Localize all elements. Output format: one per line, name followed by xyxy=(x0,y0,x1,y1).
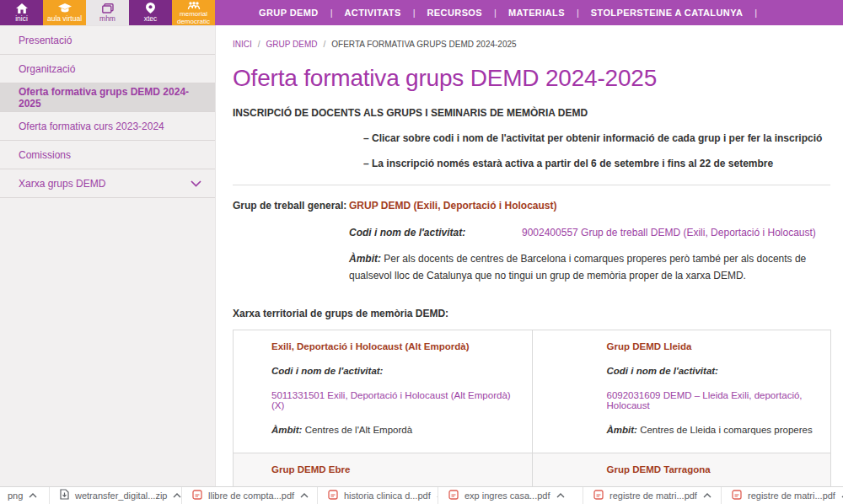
activity-link[interactable]: 6092031609 DEMD – Lleida Exili, deportac… xyxy=(607,390,823,410)
download-filename: exp ingres casa...pdf xyxy=(464,491,550,501)
quick-link-tiles: inici aula virtual mhm xtec xyxy=(0,0,215,25)
download-filename: llibre de compta...pdf xyxy=(208,491,294,501)
download-filename: registre de matri...pdf xyxy=(748,491,835,501)
sidebar-item-label: Oferta formativa curs 2023-2024 xyxy=(19,121,164,132)
chevron-up-icon[interactable] xyxy=(299,492,309,499)
group-title: Grup DEMD Ebre xyxy=(271,464,524,475)
cell-alt-emporda: Exili, Deportació i Holocaust (Alt Empor… xyxy=(234,330,533,453)
ambit-label: Àmbit: xyxy=(349,253,381,265)
breadcrumb-separator: / xyxy=(258,40,260,49)
instruction-item: – La inscripció només estarà activa a pa… xyxy=(363,158,830,169)
home-icon xyxy=(16,3,28,13)
tile-aula-virtual[interactable]: aula virtual xyxy=(43,0,86,25)
photos-icon xyxy=(102,3,114,13)
sidebar-item-organitzacio[interactable]: Organització xyxy=(0,55,215,83)
sidebar-item-presentacio[interactable]: Presentació xyxy=(0,26,215,55)
groups-table: Exili, Deportació i Holocaust (Alt Empor… xyxy=(233,330,831,487)
ambit-line: Àmbit: Centres de l'Alt Empordà xyxy=(271,425,524,435)
group-title: Grup DEMD Tarragona xyxy=(607,464,823,475)
codi-label: Codi i nom de l'activitat: xyxy=(607,366,823,376)
tile-xtec[interactable]: xtec xyxy=(129,0,172,25)
pdf-icon xyxy=(732,488,742,503)
xarxa-heading: Xarxa territorial de grups de memòria DE… xyxy=(233,308,830,319)
general-group-label: Grup de treball general: xyxy=(233,200,349,212)
download-filename: registre de matri...pdf xyxy=(609,491,697,501)
people-icon xyxy=(186,0,201,9)
sidebar-item-label: Oferta formativa grups DEMD 2024-2025 xyxy=(19,86,201,110)
download-filename: png xyxy=(8,491,23,501)
ambit-line: Àmbit: Centres de Lleida i comarques pro… xyxy=(607,425,823,435)
breadcrumb-separator: / xyxy=(324,40,326,49)
cell-ebre: Grup DEMD Ebre Codi i nom de l'activitat… xyxy=(234,453,533,487)
download-filename: historia clinica d...pdf xyxy=(344,491,431,501)
nav-separator: | xyxy=(330,8,333,18)
general-group-name: GRUP DEMD (Exili, Deportació i Holocaust… xyxy=(349,200,556,212)
nav-separator: | xyxy=(413,8,416,18)
tile-label: mhm xyxy=(99,15,115,23)
ambit-label: Àmbit: xyxy=(271,425,302,435)
breadcrumb-current: OFERTA FORMATIVA GRUPS DEMD 2024-2025 xyxy=(331,40,516,49)
download-filename: wetransfer_digital...zip xyxy=(75,491,167,501)
general-codi-row: Codi i nom de l'activitat: 9002400557 Gr… xyxy=(349,227,830,239)
breadcrumb-grup-demd[interactable]: GRUP DEMD xyxy=(266,40,318,49)
tile-mhm[interactable]: mhm xyxy=(86,0,129,25)
pdf-icon xyxy=(593,488,604,503)
tile-inici[interactable]: inici xyxy=(0,0,43,25)
tile-label: xtec xyxy=(144,15,158,23)
instructions-list: – Clicar sobre codi i nom de l'activitat… xyxy=(363,132,830,169)
activity-link[interactable]: 5011331501 Exili, Deportació i Holocaust… xyxy=(271,390,524,410)
table-row: Exili, Deportació i Holocaust (Alt Empor… xyxy=(234,330,831,453)
graduation-cap-icon xyxy=(58,3,72,13)
tile-label: memorial democratic xyxy=(174,10,214,25)
section-divider xyxy=(233,185,830,185)
pdf-icon xyxy=(192,488,202,503)
download-item[interactable]: llibre de compta...pdf xyxy=(182,487,318,504)
ambit-text: Centres de Lleida i comarques properes xyxy=(640,425,813,435)
download-item[interactable]: png xyxy=(0,487,50,504)
tile-memorial-democratic[interactable]: memorial democratic xyxy=(172,0,215,25)
download-item[interactable]: wetransfer_digital...zip xyxy=(50,487,182,504)
downloads-bar: png wetransfer_digital...zip llibre de c… xyxy=(0,486,843,504)
download-item[interactable]: registre de matri...pdf xyxy=(583,487,722,504)
nav-item-stolpersteine[interactable]: STOLPERSTEINE A CATALUNYA xyxy=(591,8,744,18)
general-activity-link[interactable]: 9002400557 Grup de treball DEMD (Exili, … xyxy=(522,227,816,239)
nav-separator: | xyxy=(577,8,579,18)
sidebar-item-xarxa-grups[interactable]: Xarxa grups DEMD xyxy=(0,169,215,198)
table-row: Grup DEMD Ebre Codi i nom de l'activitat… xyxy=(234,453,831,487)
top-bar: inici aula virtual mhm xtec xyxy=(0,0,843,25)
sidebar-item-label: Xarxa grups DEMD xyxy=(19,178,105,190)
sidebar-item-label: Comissions xyxy=(19,149,71,161)
sidebar-item-label: Presentació xyxy=(19,35,72,46)
nav-separator: | xyxy=(494,8,497,18)
sidebar-item-comissions[interactable]: Comissions xyxy=(0,141,215,169)
tile-label: aula virtual xyxy=(47,15,82,23)
sidebar: Presentació Organització Oferta formativ… xyxy=(0,25,216,487)
pdf-icon xyxy=(328,488,338,503)
general-group-row: Grup de treball general: GRUP DEMD (Exil… xyxy=(233,200,830,212)
main-content: INICI / GRUP DEMD / OFERTA FORMATIVA GRU… xyxy=(216,25,843,487)
chevron-up-icon[interactable] xyxy=(28,492,38,499)
cell-tarragona: Grup DEMD Tarragona Codi i nom de l'acti… xyxy=(532,453,831,487)
tile-label: inici xyxy=(15,15,28,23)
group-title: Exili, Deportació i Holocaust (Alt Empor… xyxy=(271,341,524,351)
nav-item-recursos[interactable]: RECURSOS xyxy=(427,8,483,18)
nav-item-grup-demd[interactable]: GRUP DEMD xyxy=(259,8,319,18)
chevron-up-icon[interactable] xyxy=(172,492,182,499)
download-item[interactable]: exp ingres casa...pdf xyxy=(438,487,583,504)
download-item[interactable]: historia clinica d...pdf xyxy=(318,487,438,504)
nav-item-activitats[interactable]: ACTIVITATS xyxy=(345,8,401,18)
chevron-up-icon[interactable] xyxy=(702,492,712,499)
breadcrumb-inici[interactable]: INICI xyxy=(233,40,252,49)
nav-item-materials[interactable]: MATERIALS xyxy=(508,8,565,18)
cell-lleida: Grup DEMD Lleida Codi i nom de l'activit… xyxy=(532,330,831,453)
file-download-icon xyxy=(60,488,69,503)
breadcrumb: INICI / GRUP DEMD / OFERTA FORMATIVA GRU… xyxy=(233,40,830,49)
page-title: Oferta formativa grups DEMD 2024-2025 xyxy=(233,65,830,92)
sidebar-item-oferta-2024-2025[interactable]: Oferta formativa grups DEMD 2024-2025 xyxy=(0,83,215,112)
main-navigation: GRUP DEMD | ACTIVITATS | RECURSOS | MATE… xyxy=(259,0,757,25)
download-item[interactable]: registre de matri...pdf xyxy=(722,487,843,504)
location-pin-icon xyxy=(146,3,155,13)
chevron-up-icon[interactable] xyxy=(556,492,566,499)
inscription-heading: INSCRIPCIÓ DE DOCENTS ALS GRUPS I SEMINA… xyxy=(233,107,830,119)
sidebar-item-oferta-2023-2024[interactable]: Oferta formativa curs 2023-2024 xyxy=(0,112,215,141)
